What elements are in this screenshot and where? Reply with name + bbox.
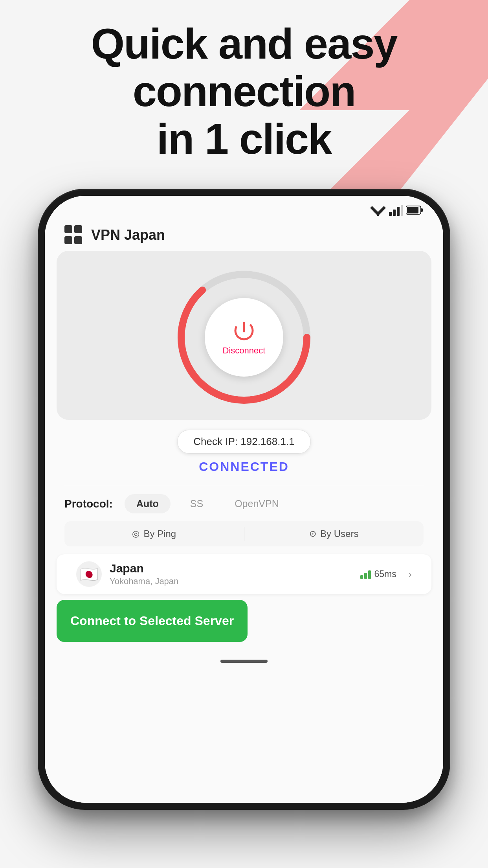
signal-bars [360, 569, 371, 579]
protocol-openvpn-button[interactable]: OpenVPN [223, 494, 291, 513]
app-title: VPN Japan [91, 227, 165, 243]
power-ring-container: Disconnect [169, 263, 319, 412]
phone-mockup: VPN Japan [28, 189, 460, 837]
divider [64, 486, 424, 486]
connection-status: CONNECTED [45, 460, 443, 474]
target-icon: ◎ [132, 529, 139, 539]
chevron-right-icon: › [408, 568, 412, 581]
svg-rect-9 [421, 208, 423, 212]
phone-screen: VPN Japan [45, 196, 443, 803]
protocol-label: Protocol: [64, 498, 113, 510]
server-name: Japan [110, 562, 352, 575]
check-ip-badge[interactable]: Check IP: 192.168.1.1 [177, 430, 310, 454]
battery-icon [406, 205, 424, 215]
phone-outer-shell: VPN Japan [38, 189, 450, 810]
sort-by-ping-button[interactable]: ◎ By Ping [64, 521, 244, 546]
sort-row: ◎ By Ping ⊙ By Users [64, 521, 424, 546]
server-info: Japan Yokohama, Japan [110, 562, 352, 587]
headline-section: Quick and easy connection in 1 click [0, 20, 488, 162]
signal-icon [389, 205, 403, 216]
main-panel: Disconnect [57, 251, 431, 420]
signal-bar-1 [360, 575, 363, 579]
logo-dot [64, 236, 72, 244]
wifi-icon [370, 205, 386, 216]
signal-bar-3 [368, 570, 371, 579]
app-header: VPN Japan [45, 217, 443, 251]
headline-text: Quick and easy connection in 1 click [31, 20, 457, 162]
connect-button-label: Connect to Selected Server [70, 614, 234, 628]
home-indicator [220, 660, 268, 663]
check-ip-row: Check IP: 192.168.1.1 [45, 430, 443, 454]
status-icons [370, 205, 424, 216]
flag-emoji: 🇯🇵 [80, 566, 98, 583]
headline-line3: in 1 click [157, 114, 332, 163]
svg-rect-7 [401, 205, 403, 216]
server-list-item[interactable]: 🇯🇵 Japan Yokohama, Japan 65ms [57, 554, 431, 594]
svg-rect-5 [393, 210, 396, 216]
sort-by-users-label: By Users [320, 528, 358, 539]
logo-dot [74, 225, 82, 233]
sort-by-users-button[interactable]: ⊙ By Users [244, 521, 424, 546]
eye-icon: ⊙ [309, 529, 316, 539]
app-logo [64, 225, 84, 245]
headline-line2: connection [133, 67, 356, 115]
disconnect-label: Disconnect [223, 346, 266, 356]
logo-dot [64, 225, 72, 233]
status-bar [45, 196, 443, 217]
power-icon [232, 319, 256, 342]
signal-bar-2 [364, 573, 367, 579]
svg-rect-6 [397, 207, 400, 216]
server-flag: 🇯🇵 [76, 561, 102, 587]
sort-by-ping-label: By Ping [143, 528, 176, 539]
connect-button[interactable]: Connect to Selected Server [57, 600, 248, 642]
protocol-ss-button[interactable]: SS [178, 494, 215, 513]
svg-rect-4 [389, 212, 392, 216]
protocol-auto-button[interactable]: Auto [125, 494, 171, 513]
server-ping: 65ms [374, 569, 396, 579]
screen-background: VPN Japan [45, 196, 443, 803]
protocol-row: Protocol: Auto SS OpenVPN [45, 494, 443, 513]
server-city: Yokohama, Japan [110, 576, 352, 587]
server-stats: 65ms [360, 569, 396, 579]
logo-dot [74, 236, 82, 244]
headline-line1: Quick and easy [91, 19, 397, 68]
svg-rect-10 [407, 207, 418, 213]
bottom-nav [45, 654, 443, 669]
disconnect-button[interactable]: Disconnect [205, 298, 283, 377]
